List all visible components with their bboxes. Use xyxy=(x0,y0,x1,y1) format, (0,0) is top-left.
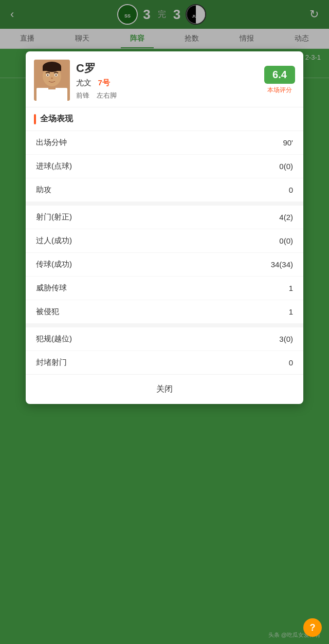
stat-value: 0 xyxy=(289,186,293,194)
player-number: 7号 xyxy=(98,78,110,87)
stat-label: 射门(射正) xyxy=(36,212,72,222)
svg-point-16 xyxy=(56,75,57,76)
player-name-large: C罗 xyxy=(76,61,258,76)
stats-divider-2 xyxy=(26,323,303,327)
player-position-foot: 前锋 左右脚 xyxy=(76,91,258,100)
stat-label: 被侵犯 xyxy=(36,307,59,317)
stat-label: 过人(成功) xyxy=(36,236,72,246)
stat-value: 0 xyxy=(289,358,293,367)
stat-value: 34(34) xyxy=(271,260,293,269)
player-modal: C罗 尤文 7号 前锋 左右脚 6.4 本场评分 全场表现 出场分钟 90' xyxy=(26,51,303,404)
svg-rect-8 xyxy=(47,88,57,101)
rating-label: 本场评分 xyxy=(267,86,292,95)
stat-minutes: 出场分钟 90' xyxy=(26,131,303,155)
stats-divider-1 xyxy=(26,201,303,206)
stat-label: 助攻 xyxy=(36,185,51,195)
player-position: 前锋 xyxy=(76,91,89,99)
stat-assists: 助攻 0 xyxy=(26,178,303,201)
stat-shots: 射门(射正) 4(2) xyxy=(26,206,303,229)
stats-group-3: 犯规(越位) 3(0) 封堵射门 0 xyxy=(26,327,303,374)
stat-label: 传球(成功) xyxy=(36,260,72,269)
stat-value: 3(0) xyxy=(279,335,293,343)
player-team-number: 尤文 7号 xyxy=(76,78,258,88)
stat-value: 0(0) xyxy=(279,162,293,171)
stat-value: 1 xyxy=(289,307,293,316)
stat-goals: 进球(点球) 0(0) xyxy=(26,155,303,178)
stat-value: 1 xyxy=(289,284,293,292)
help-button[interactable]: ? xyxy=(303,618,322,637)
stat-value: 90' xyxy=(283,138,293,147)
stat-label: 封堵射门 xyxy=(36,358,67,367)
close-button[interactable]: 关闭 xyxy=(136,382,193,397)
stat-passes: 传球(成功) 34(34) xyxy=(26,253,303,277)
stats-group-2: 射门(射正) 4(2) 过人(成功) 0(0) 传球(成功) 34(34) 威胁… xyxy=(26,206,303,323)
rating-section: 6.4 本场评分 xyxy=(264,66,295,95)
stat-label: 出场分钟 xyxy=(36,138,67,148)
player-photo xyxy=(34,60,70,101)
stat-key-passes: 威胁传球 1 xyxy=(26,277,303,300)
svg-point-15 xyxy=(47,75,49,76)
close-button-row: 关闭 xyxy=(26,374,303,404)
section-title: 全场表现 xyxy=(40,114,73,124)
player-foot: 左右脚 xyxy=(97,91,117,99)
stat-label: 威胁传球 xyxy=(36,283,67,293)
stat-fouls: 犯规(越位) 3(0) xyxy=(26,327,303,351)
section-header: 全场表现 xyxy=(26,107,303,131)
stat-label: 犯规(越位) xyxy=(36,334,72,344)
stat-dribbles: 过人(成功) 0(0) xyxy=(26,229,303,253)
stat-blocked-shots: 封堵射门 0 xyxy=(26,351,303,374)
player-info: C罗 尤文 7号 前锋 左右脚 xyxy=(76,61,258,100)
svg-rect-12 xyxy=(43,67,61,71)
rating-badge: 6.4 xyxy=(264,66,295,84)
player-header: C罗 尤文 7号 前锋 左右脚 6.4 本场评分 xyxy=(26,51,303,107)
stat-label: 进球(点球) xyxy=(36,161,72,171)
svg-point-17 xyxy=(51,78,53,79)
player-team: 尤文 xyxy=(76,78,92,87)
stat-fouled: 被侵犯 1 xyxy=(26,300,303,323)
stat-value: 4(2) xyxy=(279,213,293,222)
stat-value: 0(0) xyxy=(279,236,293,245)
stats-group-1: 出场分钟 90' 进球(点球) 0(0) 助攻 0 xyxy=(26,131,303,201)
section-bar-icon xyxy=(34,114,36,124)
